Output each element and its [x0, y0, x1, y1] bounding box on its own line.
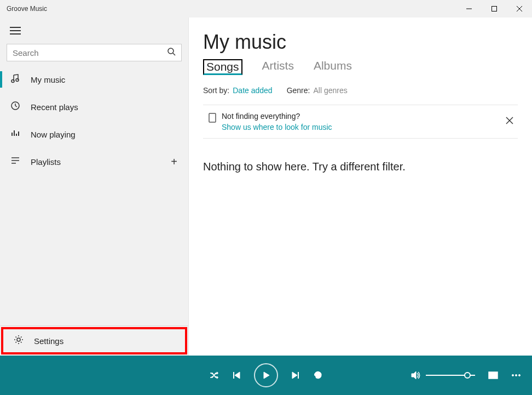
volume-icon[interactable]	[410, 370, 420, 380]
svg-marker-31	[412, 371, 416, 379]
volume-thumb[interactable]	[464, 372, 471, 379]
svg-point-35	[516, 375, 517, 376]
svg-marker-28	[264, 372, 269, 379]
svg-line-8	[173, 53, 175, 55]
title-bar: Groove Music	[0, 0, 532, 18]
svg-rect-1	[492, 7, 497, 12]
search-box[interactable]	[7, 44, 182, 61]
tab-artists[interactable]: Artists	[262, 59, 294, 75]
gear-icon	[12, 335, 25, 347]
sidebar-item-label: Playlists	[31, 157, 61, 167]
window-controls	[456, 0, 532, 18]
volume-slider[interactable]	[426, 375, 475, 376]
svg-rect-23	[209, 113, 216, 122]
play-button[interactable]	[254, 363, 278, 387]
settings-label: Settings	[34, 336, 63, 346]
svg-point-36	[519, 375, 521, 376]
sidebar-item-now-playing[interactable]: Now playing	[0, 121, 188, 148]
svg-point-7	[168, 48, 174, 54]
tab-songs[interactable]: Songs	[203, 59, 242, 75]
device-icon	[209, 113, 216, 125]
sidebar-item-playlists[interactable]: Playlists +	[0, 148, 188, 175]
shuffle-button[interactable]	[209, 370, 219, 380]
sidebar-item-label: Recent plays	[31, 102, 78, 112]
notice-title: Not finding everything?	[222, 112, 332, 121]
previous-button[interactable]	[232, 371, 241, 380]
notice-close-button[interactable]	[506, 117, 513, 127]
sort-label: Sort by:	[203, 86, 229, 95]
tabs: Songs Artists Albums	[203, 59, 518, 75]
fullscreen-button[interactable]	[488, 371, 498, 379]
sidebar-item-label: My music	[31, 75, 65, 84]
sidebar-item-settings[interactable]: Settings	[1, 327, 187, 354]
sidebar-item-label: Now playing	[31, 130, 76, 139]
clock-icon	[9, 101, 22, 113]
more-options-button[interactable]	[511, 374, 521, 376]
svg-marker-27	[235, 372, 240, 379]
close-button[interactable]	[507, 0, 532, 18]
repeat-button[interactable]	[313, 370, 323, 380]
minimize-button[interactable]	[456, 0, 482, 18]
player-bar	[0, 356, 532, 395]
search-input[interactable]	[13, 48, 167, 58]
tab-albums[interactable]: Albums	[314, 59, 352, 75]
filter-row: Sort by: Date added Genre: All genres	[203, 86, 518, 95]
add-playlist-button[interactable]: +	[171, 156, 177, 168]
main-content: My music Songs Artists Albums Sort by: D…	[189, 18, 532, 356]
sidebar: My music Recent plays Now playing Playli…	[0, 18, 189, 356]
svg-point-22	[17, 338, 20, 341]
search-icon[interactable]	[167, 47, 176, 58]
svg-point-10	[16, 79, 19, 82]
next-button[interactable]	[291, 371, 300, 380]
volume-control[interactable]	[410, 370, 475, 380]
page-title: My music	[203, 31, 518, 54]
svg-marker-29	[292, 372, 297, 379]
equalizer-icon	[9, 128, 22, 140]
sort-dropdown[interactable]: Date added	[233, 86, 272, 95]
maximize-button[interactable]	[482, 0, 507, 18]
music-note-icon	[9, 73, 22, 85]
notice-banner: Not finding everything? Show us where to…	[203, 105, 518, 139]
sidebar-item-recent-plays[interactable]: Recent plays	[0, 93, 188, 121]
notice-link[interactable]: Show us where to look for music	[222, 123, 332, 131]
hamburger-menu-button[interactable]	[0, 18, 188, 44]
playlist-icon	[9, 156, 22, 168]
window-title: Groove Music	[7, 5, 47, 13]
svg-line-14	[15, 106, 17, 107]
sidebar-item-my-music[interactable]: My music	[0, 66, 188, 93]
svg-point-34	[512, 375, 514, 376]
genre-label: Genre:	[287, 86, 310, 95]
empty-message: Nothing to show here. Try a different fi…	[203, 161, 518, 173]
genre-dropdown[interactable]: All genres	[313, 86, 347, 95]
